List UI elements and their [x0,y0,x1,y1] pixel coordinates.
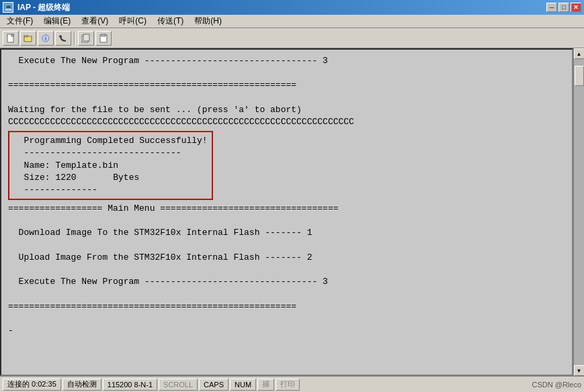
close-button[interactable]: ✕ [571,3,581,12]
maximize-button[interactable]: □ [558,3,569,12]
svg-text:i: i [45,36,46,41]
title-bar: 💻 IAP - 超级终端 ─ □ ✕ [0,0,584,15]
svg-rect-7 [83,34,89,41]
svg-rect-1 [11,34,13,36]
toolbar-dial[interactable] [55,31,71,46]
toolbar: i [0,28,584,48]
status-num: NUM [230,379,256,391]
status-caps: CAPS [199,379,228,391]
menu-edit[interactable]: 编辑(E) [38,14,76,28]
menu-call[interactable]: 呼叫(C) [114,14,152,28]
toolbar-new[interactable] [3,31,19,46]
success-box: Programming Completed Successfully! ----… [8,131,213,200]
toolbar-separator [74,32,75,45]
menu-help[interactable]: 帮助(H) [189,14,227,28]
status-detect: 自动检测 [62,379,101,391]
terminal-area[interactable]: Execute The New Program ----------------… [0,48,573,376]
toolbar-properties[interactable]: i [38,31,54,46]
menu-bar: 文件(F) 编辑(E) 查看(V) 呼叫(C) 传送(T) 帮助(H) [0,15,584,28]
scroll-track[interactable] [574,59,584,365]
terminal-line-1: Execute The New Program ----------------… [8,55,565,128]
svg-rect-3 [24,36,28,37]
status-connection: 连接的 0:02:35 [3,379,61,391]
scroll-up[interactable]: ▲ [574,48,585,59]
scroll-thumb[interactable] [575,66,584,86]
status-baud: 115200 8-N-1 [103,379,157,391]
minimize-button[interactable]: ─ [546,3,557,12]
menu-view[interactable]: 查看(V) [76,14,114,28]
menu-file[interactable]: 文件(F) [1,14,38,28]
status-capture: 捕 [257,379,274,391]
main-area: Execute The New Program ----------------… [0,48,584,376]
toolbar-copy[interactable] [78,31,94,46]
status-scroll: SCROLL [159,379,198,391]
title-controls: ─ □ ✕ [546,3,581,12]
scrollbar[interactable]: ▲ ▼ [573,48,584,376]
status-watermark: CSDN @Rleco [532,381,581,389]
window-title: IAP - 超级终端 [17,2,70,13]
svg-rect-9 [101,34,106,36]
status-bar: 连接的 0:02:35 自动检测 115200 8-N-1 SCROLL CAP… [0,376,584,392]
toolbar-paste[interactable] [95,31,112,46]
success-text: Programming Completed Successfully! ----… [13,135,208,196]
status-print: 打印 [276,379,300,391]
terminal-line-2: ================== Main Menu ===========… [8,203,565,337]
toolbar-open[interactable] [20,31,36,46]
scroll-down[interactable]: ▼ [574,365,585,376]
app-icon: 💻 [3,2,13,13]
menu-transfer[interactable]: 传送(T) [152,14,189,28]
